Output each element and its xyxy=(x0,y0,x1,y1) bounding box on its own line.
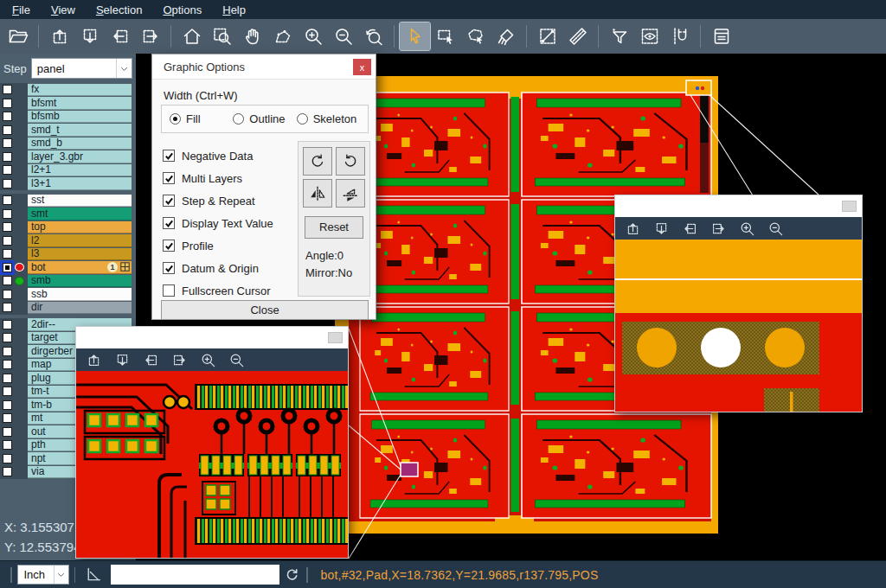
command-input[interactable] xyxy=(111,565,279,585)
popup-window-button[interactable] xyxy=(328,332,343,343)
layer-name-chip[interactable]: sst xyxy=(28,195,132,208)
dialog-close-button[interactable]: x xyxy=(353,59,371,75)
layer-visibility-checkbox[interactable] xyxy=(3,347,12,356)
layer-name-chip[interactable]: layer_3.gbr xyxy=(28,150,132,163)
layer-row-dir[interactable]: dir xyxy=(0,301,136,315)
layer-visibility-checkbox[interactable] xyxy=(3,454,12,463)
menu-options[interactable]: Options xyxy=(152,3,212,17)
zoom-polygon-button[interactable] xyxy=(267,22,298,50)
layer-row-smb[interactable]: smb xyxy=(0,274,136,288)
pan-left-button[interactable] xyxy=(105,22,135,50)
layer-name-chip[interactable]: ssb xyxy=(28,288,132,301)
checkbox-display-text-value[interactable]: Display Text Value xyxy=(163,212,292,234)
layer-name-chip[interactable]: l2 xyxy=(28,234,132,247)
popup-zoom-view[interactable] xyxy=(76,371,348,558)
pan-right-button[interactable] xyxy=(135,22,165,50)
zoom-in-button[interactable] xyxy=(735,219,758,238)
layer-visibility-checkbox[interactable] xyxy=(3,400,12,410)
step-dropdown[interactable]: panel xyxy=(31,58,132,79)
layer-visibility-checkbox[interactable] xyxy=(3,85,12,94)
layer-row-top[interactable]: top xyxy=(0,220,136,234)
angle-measure-icon[interactable] xyxy=(84,566,102,584)
open-folder-button[interactable] xyxy=(3,22,33,50)
layer-visibility-checkbox[interactable] xyxy=(3,387,12,396)
popup-window-button[interactable] xyxy=(842,201,857,212)
layer-visibility-checkbox[interactable] xyxy=(3,99,12,108)
popup-zoom-view[interactable] xyxy=(615,240,862,412)
layer-visibility-checkbox[interactable] xyxy=(3,333,12,342)
layer-visibility-checkbox[interactable] xyxy=(3,222,12,232)
radio-fill[interactable]: Fill xyxy=(170,112,233,125)
filter-button[interactable] xyxy=(604,22,634,50)
zoom-out-button[interactable] xyxy=(328,22,358,50)
layer-visibility-checkbox[interactable] xyxy=(3,152,12,162)
popup-title-bar[interactable] xyxy=(615,195,862,217)
layer-row-ssb[interactable]: ssb xyxy=(0,288,136,302)
layer-name-chip[interactable]: top xyxy=(28,221,132,234)
layer-name-chip[interactable]: smd_t xyxy=(28,124,132,137)
layer-row-l2+1[interactable]: l2+1 xyxy=(0,163,136,177)
layer-visibility-checkbox[interactable] xyxy=(3,249,12,259)
layer-name-chip[interactable]: l3+1 xyxy=(28,177,132,190)
view-eye-button[interactable] xyxy=(634,22,664,50)
rotate-cw-button[interactable] xyxy=(303,147,332,176)
zoom-out-button[interactable] xyxy=(225,350,247,369)
layer-name-chip[interactable]: bot1 xyxy=(28,261,132,274)
pan-left-button[interactable] xyxy=(139,350,162,369)
layers-panel-button[interactable] xyxy=(706,22,736,50)
pan-left-button[interactable] xyxy=(678,219,701,238)
select-polygon-button[interactable] xyxy=(460,22,491,50)
zoom-previous-button[interactable] xyxy=(358,22,388,50)
layer-name-chip[interactable]: fx xyxy=(28,84,132,97)
checkbox-profile[interactable]: Profile xyxy=(163,234,292,257)
layer-visibility-checkbox[interactable] xyxy=(3,427,12,437)
layer-visibility-checkbox[interactable] xyxy=(3,112,12,121)
layer-row-bfsmt[interactable]: bfsmt xyxy=(0,97,136,111)
menu-selection[interactable]: Selection xyxy=(86,3,152,17)
menu-file[interactable]: File xyxy=(2,3,41,17)
zoom-in-button[interactable] xyxy=(196,350,219,369)
mirror-vertical-button[interactable] xyxy=(336,179,365,208)
layer-visibility-checkbox[interactable] xyxy=(3,440,12,450)
snap-magnet-button[interactable] xyxy=(664,22,695,50)
zoom-window-button[interactable] xyxy=(207,22,237,50)
layer-visibility-checkbox[interactable] xyxy=(3,374,12,383)
layer-row-l2[interactable]: l2 xyxy=(0,234,136,248)
layer-visibility-checkbox[interactable] xyxy=(3,413,12,423)
pan-right-button[interactable] xyxy=(707,219,729,238)
radio-skeleton[interactable]: Skeleton xyxy=(297,112,360,125)
layer-visibility-checkbox[interactable] xyxy=(3,165,12,175)
layer-row-l3+1[interactable]: l3+1 xyxy=(0,177,136,191)
select-cursor-button[interactable] xyxy=(400,22,430,50)
pan-hand-button[interactable] xyxy=(237,22,267,50)
layer-name-chip[interactable]: bfsmb xyxy=(28,111,132,124)
layer-name-chip[interactable]: bfsmt xyxy=(28,97,132,110)
layer-name-chip[interactable]: smb xyxy=(28,275,132,288)
layer-visibility-checkbox[interactable] xyxy=(3,179,12,189)
layer-visibility-checkbox[interactable] xyxy=(3,276,12,285)
layer-visibility-checkbox[interactable] xyxy=(3,320,12,329)
popup-title-bar[interactable] xyxy=(76,327,348,348)
reset-button[interactable]: Reset xyxy=(305,216,363,239)
layer-visibility-checkbox[interactable] xyxy=(3,236,12,246)
checkbox-datum-origin[interactable]: Datum & Origin xyxy=(163,257,292,279)
layer-name-chip[interactable]: dir xyxy=(28,302,132,315)
mirror-horizontal-button[interactable] xyxy=(303,179,332,208)
unit-dropdown[interactable]: Inch xyxy=(17,565,69,585)
brush-button[interactable] xyxy=(491,22,521,50)
ruler-button[interactable] xyxy=(562,22,593,50)
layer-visibility-checkbox[interactable] xyxy=(3,209,12,219)
checkbox-negative-data[interactable]: Negative Data xyxy=(163,144,292,167)
checkbox-step-repeat[interactable]: Step & Repeat xyxy=(163,189,292,212)
rotate-ccw-button[interactable] xyxy=(336,147,365,176)
layer-visibility-checkbox[interactable] xyxy=(3,263,12,272)
layer-visibility-checkbox[interactable] xyxy=(3,303,12,312)
zoom-in-button[interactable] xyxy=(298,22,328,50)
layer-visibility-checkbox[interactable] xyxy=(3,195,12,205)
layer-visibility-checkbox[interactable] xyxy=(3,290,12,299)
pan-down-button[interactable] xyxy=(111,350,133,369)
layer-row-smd_b[interactable]: smd_b xyxy=(0,137,136,150)
select-rect-button[interactable] xyxy=(430,22,460,50)
pan-down-button[interactable] xyxy=(650,219,672,238)
pan-up-button[interactable] xyxy=(82,350,105,369)
